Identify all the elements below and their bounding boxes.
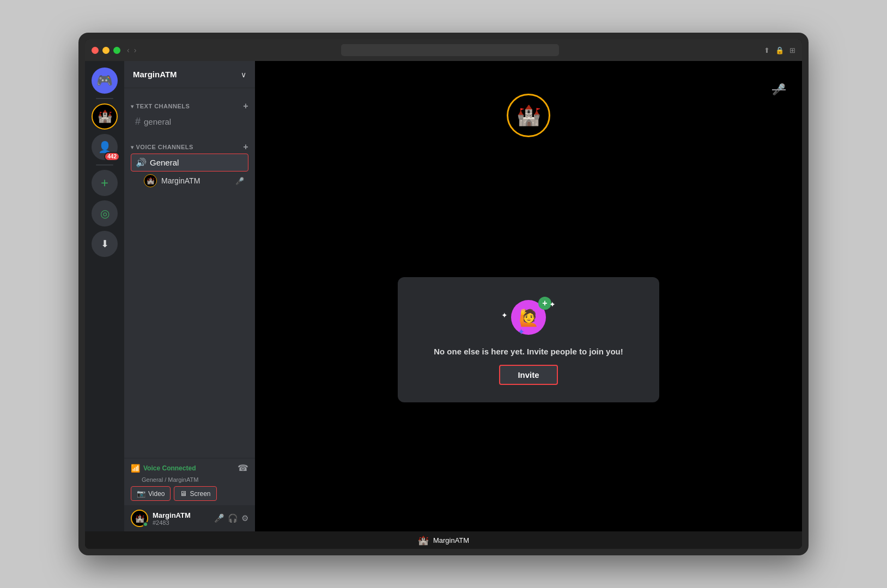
server-divider-2 bbox=[96, 164, 113, 166]
sparkle-left-icon: ✦ bbox=[501, 311, 508, 320]
invite-message: No one else is here yet. Invite people t… bbox=[434, 347, 623, 356]
back-arrow-icon[interactable]: ‹ bbox=[127, 46, 130, 54]
signal-icon: 📶 bbox=[131, 464, 140, 473]
compass-icon: ◎ bbox=[100, 207, 110, 220]
hash-icon: # bbox=[135, 116, 141, 127]
channel-list: ▾ TEXT CHANNELS + # general ▾ bbox=[124, 88, 255, 458]
voice-channel-name-general: General bbox=[150, 158, 179, 167]
server-icon-second[interactable]: 👤 442 bbox=[92, 134, 118, 160]
server-sidebar: 🎮 🏰 👤 442 + ◎ ⬇ bbox=[85, 61, 124, 531]
deafen-button[interactable]: 🎧 bbox=[228, 513, 238, 523]
user-avatar: 🏰 bbox=[131, 510, 148, 527]
text-channels-label: TEXT CHANNELS bbox=[136, 103, 244, 109]
user-controls: 🎤 🎧 ⚙ bbox=[214, 513, 248, 523]
text-channels-header[interactable]: ▾ TEXT CHANNELS + bbox=[129, 100, 251, 112]
voice-channels-header[interactable]: ▾ VOICE CHANNELS + bbox=[129, 141, 251, 153]
share-icon: ⬆ bbox=[764, 46, 770, 54]
download-icon: ⬇ bbox=[101, 238, 109, 250]
user-panel: 🏰 MarginATM #2483 🎤 🎧 ⚙ bbox=[124, 505, 255, 531]
channel-item-general-voice[interactable]: 🔊 General bbox=[131, 154, 248, 171]
username: MarginATM bbox=[153, 511, 214, 519]
server-icon-marginatm[interactable]: 🏰 bbox=[92, 103, 118, 130]
camera-icon: 📷 bbox=[137, 489, 145, 498]
sparkle-right-icon: ✦ bbox=[549, 300, 556, 309]
mute-icon: 🎤 bbox=[235, 177, 244, 185]
bottom-server-name: MarginATM bbox=[433, 536, 469, 544]
add-icon: + bbox=[101, 175, 108, 191]
voice-controls: 📷 Video 🖥 Screen bbox=[131, 486, 248, 501]
voice-connected-bar: 📶 Voice Connected ☎ General / MarginATM … bbox=[124, 458, 255, 505]
server-divider bbox=[96, 98, 113, 99]
voice-member-avatar: 🏰 bbox=[144, 174, 157, 187]
category-collapse-icon: ▾ bbox=[131, 103, 134, 109]
voice-channel-info: General / MarginATM bbox=[142, 476, 248, 483]
grid-icon: ⊞ bbox=[789, 46, 795, 54]
add-voice-channel-icon[interactable]: + bbox=[243, 142, 248, 152]
voice-mute-indicator: 🎤 bbox=[772, 83, 786, 96]
channel-item-general[interactable]: # general bbox=[131, 113, 248, 131]
add-server-button[interactable]: + bbox=[92, 170, 118, 196]
video-button[interactable]: 📷 Video bbox=[131, 486, 171, 501]
traffic-lights bbox=[92, 47, 120, 54]
invite-card: ✦ 🙋 + ✦ ✦ No one else is here yet. Invit… bbox=[398, 277, 659, 402]
bottom-bar: 🏰 MarginATM bbox=[85, 531, 802, 549]
minimize-button[interactable] bbox=[102, 47, 110, 54]
voice-server-logo-area: 🏰 bbox=[507, 94, 550, 137]
bottom-server-info: 🏰 MarginATM bbox=[418, 535, 469, 546]
text-channels-category: ▾ TEXT CHANNELS + # general bbox=[124, 93, 255, 133]
voice-member-avatar-icon: 🏰 bbox=[147, 177, 155, 185]
voice-member-item[interactable]: 🏰 MarginATM 🎤 bbox=[131, 172, 248, 189]
marginatm-icon: 🏰 bbox=[98, 109, 112, 124]
screen-button-label: Screen bbox=[190, 490, 210, 498]
invite-illustration: ✦ 🙋 + ✦ ✦ bbox=[501, 295, 556, 338]
voice-disconnect-button[interactable]: ☎ bbox=[238, 463, 248, 473]
add-channel-icon[interactable]: + bbox=[243, 101, 248, 111]
invite-button[interactable]: Invite bbox=[499, 365, 557, 385]
discord-home-button[interactable]: 🎮 bbox=[92, 68, 118, 94]
chevron-down-icon: ∨ bbox=[241, 70, 246, 79]
voice-status-row: 📶 Voice Connected ☎ bbox=[131, 463, 248, 473]
server-name: MarginATM bbox=[133, 70, 241, 79]
voice-category-collapse-icon: ▾ bbox=[131, 144, 134, 150]
lock-icon: 🔒 bbox=[775, 46, 784, 54]
voice-connected-label: Voice Connected bbox=[143, 464, 196, 472]
bottom-castle-icon: 🏰 bbox=[418, 535, 429, 546]
maximize-button[interactable] bbox=[113, 47, 120, 54]
server-header[interactable]: MarginATM ∨ bbox=[124, 61, 255, 88]
notification-badge: 442 bbox=[104, 152, 120, 161]
voice-server-logo-icon: 🏰 bbox=[517, 104, 541, 127]
voice-channels-category: ▾ VOICE CHANNELS + 🔊 General 🏰 bbox=[124, 133, 255, 192]
url-bar[interactable] bbox=[341, 44, 559, 56]
laptop-screen: ‹ › ⬆ 🔒 ⊞ 🎮 🏰 bbox=[85, 39, 802, 549]
voice-status-left: 📶 Voice Connected bbox=[131, 464, 196, 473]
url-bar-area bbox=[136, 44, 764, 56]
channel-name-general: general bbox=[144, 117, 171, 126]
server-discovery-button[interactable]: ◎ bbox=[92, 200, 118, 226]
user-info: MarginATM #2483 bbox=[153, 511, 214, 526]
user-avatar-icon: 🏰 bbox=[135, 514, 144, 523]
settings-button[interactable]: ⚙ bbox=[241, 513, 248, 523]
video-button-label: Video bbox=[148, 490, 165, 498]
close-button[interactable] bbox=[92, 47, 99, 54]
titlebar: ‹ › ⬆ 🔒 ⊞ bbox=[85, 39, 802, 61]
voice-server-logo: 🏰 bbox=[507, 94, 550, 137]
app-content: 🎮 🏰 👤 442 + ◎ ⬇ bbox=[85, 61, 802, 531]
screen-share-button[interactable]: 🖥 Screen bbox=[174, 486, 216, 501]
user-status-dot bbox=[143, 522, 148, 527]
invite-person-icon: 🙋 bbox=[519, 308, 539, 327]
download-button[interactable]: ⬇ bbox=[92, 231, 118, 257]
sparkle-blue-icon: ✦ bbox=[518, 327, 525, 337]
mute-slash-icon: 🎤 bbox=[772, 83, 786, 95]
titlebar-right-controls: ⬆ 🔒 ⊞ bbox=[764, 46, 795, 54]
channel-sidebar: MarginATM ∨ ▾ TEXT CHANNELS + # general bbox=[124, 61, 255, 531]
nav-buttons: ‹ › bbox=[127, 46, 136, 54]
discord-icon: 🎮 bbox=[96, 73, 113, 88]
voice-member-name: MarginATM bbox=[161, 176, 235, 185]
screen-icon: 🖥 bbox=[180, 489, 187, 498]
main-content: 🏰 🎤 ✦ 🙋 + ✦ ✦ bbox=[255, 61, 802, 531]
speaker-icon: 🔊 bbox=[136, 157, 147, 168]
user-discriminator: #2483 bbox=[153, 519, 214, 526]
voice-channels-label: VOICE CHANNELS bbox=[136, 144, 244, 150]
laptop-frame: ‹ › ⬆ 🔒 ⊞ 🎮 🏰 bbox=[78, 33, 809, 555]
mute-self-button[interactable]: 🎤 bbox=[214, 513, 224, 523]
